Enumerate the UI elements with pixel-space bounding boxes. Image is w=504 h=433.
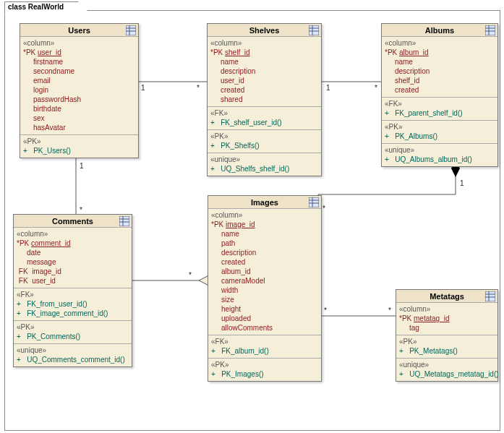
- mult-shelves-albums-star: *: [375, 84, 377, 92]
- shelves-fk: «FK» + FK_shelf_user_id(): [208, 107, 321, 130]
- images-pk: «PK» + PK_Images(): [208, 359, 321, 381]
- table-icon: [126, 25, 136, 35]
- mult-users-shelves-star: *: [197, 84, 200, 92]
- users-columns: «column» *PK user_id firstname secondnam…: [20, 37, 138, 135]
- table-icon: [485, 25, 495, 35]
- svg-rect-23: [119, 216, 129, 226]
- table-icon: [309, 197, 319, 207]
- class-images: Images «column» *PK image_id name path d…: [208, 195, 322, 382]
- shelves-columns: «column» *PK shelf_id name description u…: [208, 37, 321, 107]
- mult-images-metatags-star1: *: [324, 306, 327, 314]
- svg-rect-27: [309, 197, 319, 207]
- metatags-pk: «PK» + PK_Metatags(): [396, 335, 497, 359]
- shelves-uq: «unique» + UQ_Shelfs_shelf_id(): [208, 153, 321, 176]
- class-albums: Albums «column» *PK album_id name descri…: [381, 23, 498, 167]
- images-fk: «FK» + FK_album_id(): [208, 335, 321, 359]
- mult-albums-images-star: *: [323, 205, 325, 213]
- comments-uq: «unique» + UQ_Comments_comment_id(): [14, 344, 132, 366]
- albums-columns: «column» *PK album_id name description s…: [382, 37, 497, 98]
- class-comments: Comments «column» *PK comment_id date me…: [13, 214, 132, 367]
- comments-columns: «column» *PK comment_id date message FK …: [14, 228, 132, 288]
- svg-rect-19: [485, 25, 495, 35]
- table-icon: [119, 216, 129, 226]
- images-columns: «column» *PK image_id name path descript…: [208, 209, 321, 335]
- mult-users-shelves-1: 1: [141, 84, 145, 92]
- class-comments-title: Comments: [14, 215, 132, 228]
- table-icon: [309, 25, 319, 35]
- mult-shelves-albums-1: 1: [326, 84, 330, 92]
- comments-pk: «PK» + PK_Comments(): [14, 321, 132, 344]
- class-users: Users «column» *PK user_id firstname sec…: [20, 23, 139, 158]
- albums-uq: «unique» + UQ_Albums_album_id(): [382, 144, 497, 166]
- class-albums-title: Albums: [382, 24, 497, 37]
- mult-images-metatags-star2: *: [388, 306, 391, 314]
- class-metatags: Metatags «column» *PK metatag_id tag «PK…: [396, 289, 498, 382]
- class-images-title: Images: [208, 196, 321, 209]
- svg-rect-15: [309, 25, 319, 35]
- mult-albums-images-1: 1: [460, 179, 464, 187]
- mult-comments-images-star: *: [189, 271, 192, 279]
- table-icon: [485, 291, 495, 301]
- class-shelves-title: Shelves: [208, 24, 321, 37]
- class-users-title: Users: [20, 24, 138, 37]
- class-shelves: Shelves «column» *PK shelf_id name descr…: [207, 23, 322, 176]
- metatags-columns: «column» *PK metatag_id tag: [396, 303, 497, 335]
- svg-rect-11: [126, 25, 136, 35]
- frame-title: class RealWorld: [4, 1, 91, 14]
- metatags-uq: «unique» + UQ_Metatags_metatag_id(): [396, 359, 497, 381]
- shelves-pk: «PK» + PK_Shelfs(): [208, 130, 321, 153]
- svg-rect-31: [485, 291, 495, 301]
- albums-fk: «FK» + FK_parent_shelf_id(): [382, 98, 497, 121]
- albums-pk: «PK» + PK_Albums(): [382, 121, 497, 144]
- comments-fk: «FK» + FK_from_user_id() + FK_image_comm…: [14, 288, 132, 321]
- mult-users-comments-1: 1: [80, 162, 84, 170]
- users-pk: «PK» + PK_Users(): [20, 135, 138, 158]
- mult-users-comments-star: *: [80, 206, 82, 214]
- class-metatags-title: Metatags: [396, 290, 497, 303]
